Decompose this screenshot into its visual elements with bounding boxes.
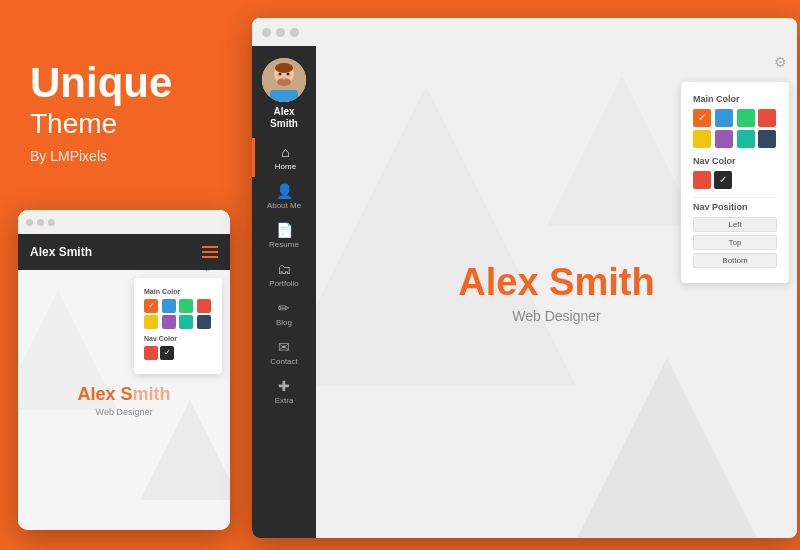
desktop-body: AlexSmith ⌂ Home 👤 About Me 📄 Resume 🗂 P…	[252, 46, 797, 538]
nav-position-left-button[interactable]: Left	[693, 217, 777, 232]
mobile-gear-icon[interactable]: ⚙	[201, 270, 212, 274]
mobile-dot-1	[26, 219, 33, 226]
mobile-main-color-label: Main Color	[144, 288, 212, 295]
sidebar-item-portfolio[interactable]: 🗂 Portfolio	[252, 255, 316, 294]
desktop-nav-color-red[interactable]	[693, 171, 711, 189]
brand-title-bold: Unique	[30, 60, 172, 106]
mobile-nav-color-dark[interactable]	[160, 346, 174, 360]
person-icon: 👤	[276, 183, 293, 199]
mobile-nav-color-row	[144, 346, 212, 360]
sidebar-label-portfolio: Portfolio	[269, 279, 298, 288]
desktop-color-green[interactable]	[737, 109, 755, 127]
main-geo-1	[316, 86, 576, 386]
mobile-color-yellow[interactable]	[144, 315, 158, 329]
desktop-person-title: Web Designer	[458, 308, 654, 324]
mobile-color-purple[interactable]	[162, 315, 176, 329]
mobile-color-red[interactable]	[197, 299, 211, 313]
sidebar-label-resume: Resume	[269, 240, 299, 249]
desktop-main-color-label: Main Color	[693, 94, 777, 104]
mobile-color-orange[interactable]	[144, 299, 158, 313]
svg-rect-6	[270, 90, 298, 102]
desktop-color-dark[interactable]	[758, 130, 776, 148]
extra-icon: ✚	[278, 378, 290, 394]
desktop-gear-icon[interactable]: ⚙	[774, 54, 787, 70]
desktop-main-content: Alex Smith Web Designer ⚙ Main Color	[316, 46, 797, 538]
mobile-nav-color-red[interactable]	[144, 346, 158, 360]
mobile-main-color-grid	[144, 299, 212, 329]
desktop-nav-color-dark[interactable]	[714, 171, 732, 189]
mobile-mockup: Alex Smith Alex Smith Web Designer ⚙ Mai…	[18, 210, 230, 530]
mobile-color-dark[interactable]	[197, 315, 211, 329]
geo-shape-2	[140, 400, 230, 500]
main-geo-3	[547, 76, 697, 226]
blog-icon: ✏	[278, 300, 290, 316]
nav-position-bottom-button[interactable]: Bottom	[693, 253, 777, 268]
sidebar-item-extra[interactable]: ✚ Extra	[252, 372, 316, 411]
brand-title-light: Theme	[30, 108, 172, 140]
desktop-dot-1	[262, 28, 271, 37]
desktop-hero: Alex Smith Web Designer	[458, 261, 654, 324]
svg-point-9	[283, 76, 286, 80]
desktop-dot-3	[290, 28, 299, 37]
sidebar-label-contact: Contact	[270, 357, 298, 366]
desktop-nav-color-row	[693, 171, 777, 189]
brand-panel: Unique Theme By LMPixels	[30, 60, 172, 164]
sidebar-label-extra: Extra	[275, 396, 294, 405]
sidebar-item-contact[interactable]: ✉ Contact	[252, 333, 316, 372]
desktop-nav-position-label: Nav Position	[693, 202, 777, 212]
resume-icon: 📄	[276, 222, 293, 238]
sidebar-item-about[interactable]: 👤 About Me	[252, 177, 316, 216]
desktop-settings-panel: Main Color Nav Color Nav Posi	[681, 82, 789, 283]
mobile-color-blue[interactable]	[162, 299, 176, 313]
mobile-browser-bar	[18, 210, 230, 234]
sidebar-item-blog[interactable]: ✏ Blog	[252, 294, 316, 333]
portfolio-icon: 🗂	[277, 261, 291, 277]
svg-marker-11	[567, 358, 767, 538]
sidebar-person-name: AlexSmith	[270, 106, 298, 130]
mobile-settings-panel: ⚙ Main Color Nav Color	[134, 278, 222, 374]
mobile-dot-2	[37, 219, 44, 226]
home-icon: ⌂	[281, 144, 289, 160]
panel-divider	[693, 197, 777, 198]
sidebar-item-resume[interactable]: 📄 Resume	[252, 216, 316, 255]
mobile-nav-color-label: Nav Color	[144, 335, 212, 342]
svg-marker-12	[547, 76, 697, 226]
svg-marker-1	[140, 400, 230, 500]
desktop-color-yellow[interactable]	[693, 130, 711, 148]
desktop-color-orange[interactable]	[693, 109, 711, 127]
desktop-color-blue[interactable]	[715, 109, 733, 127]
desktop-color-red[interactable]	[758, 109, 776, 127]
desktop-browser-bar	[252, 18, 797, 46]
desktop-main-color-grid	[693, 109, 777, 148]
sidebar-item-home[interactable]: ⌂ Home	[252, 138, 316, 177]
main-geo-2	[567, 358, 767, 538]
mobile-color-teal[interactable]	[179, 315, 193, 329]
sidebar-label-blog: Blog	[276, 318, 292, 327]
svg-point-5	[275, 63, 293, 73]
desktop-dot-2	[276, 28, 285, 37]
mobile-nav-name: Alex Smith	[30, 245, 92, 259]
desktop-sidebar: AlexSmith ⌂ Home 👤 About Me 📄 Resume 🗂 P…	[252, 46, 316, 538]
desktop-color-purple[interactable]	[715, 130, 733, 148]
desktop-nav-color-label: Nav Color	[693, 156, 777, 166]
sidebar-label-home: Home	[275, 162, 296, 171]
svg-marker-10	[316, 86, 576, 386]
mobile-color-green[interactable]	[179, 299, 193, 313]
mobile-person-title: Web Designer	[96, 407, 153, 417]
desktop-mockup: AlexSmith ⌂ Home 👤 About Me 📄 Resume 🗂 P…	[252, 18, 797, 538]
mobile-dot-3	[48, 219, 55, 226]
contact-icon: ✉	[278, 339, 290, 355]
mobile-person-name: Alex Smith	[77, 384, 170, 405]
avatar-image	[262, 58, 306, 102]
mobile-nav-bar: Alex Smith	[18, 234, 230, 270]
mobile-content-area: Alex Smith Web Designer ⚙ Main Color Nav…	[18, 270, 230, 530]
desktop-color-teal[interactable]	[737, 130, 755, 148]
brand-subtitle: By LMPixels	[30, 148, 172, 164]
avatar	[262, 58, 306, 102]
svg-point-7	[279, 73, 282, 76]
hamburger-icon[interactable]	[202, 246, 218, 258]
svg-point-8	[287, 73, 290, 76]
desktop-person-name: Alex Smith	[458, 261, 654, 304]
sidebar-label-about: About Me	[267, 201, 301, 210]
nav-position-top-button[interactable]: Top	[693, 235, 777, 250]
